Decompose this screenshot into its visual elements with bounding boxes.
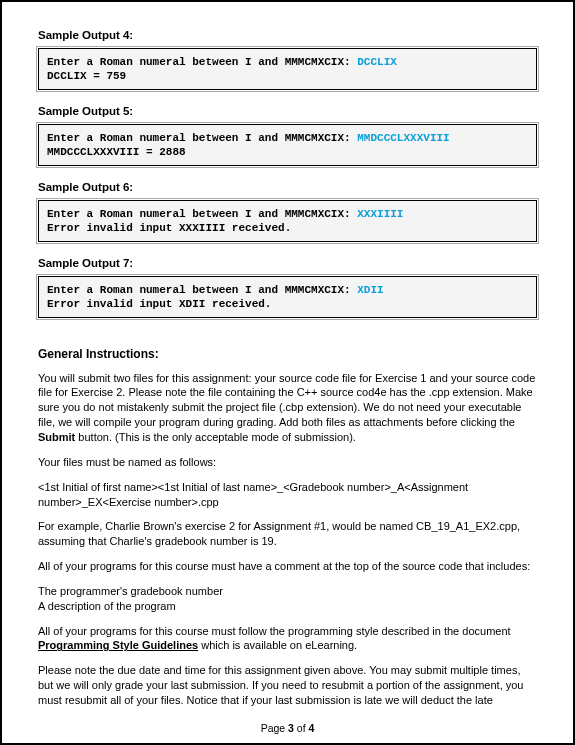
instructions-para-4: For example, Charlie Brown's exercise 2 … [38, 519, 537, 549]
instructions-p1b: button. (This is the only acceptable mod… [75, 431, 356, 443]
instructions-para-2: Your files must be named as follows: [38, 455, 537, 470]
instructions-p7b: which is available on eLearning. [198, 639, 357, 651]
instructions-para-5: All of your programs for this course mus… [38, 559, 537, 574]
sample-output-4-input: DCCLIX [357, 56, 397, 68]
style-guidelines-link[interactable]: Programming Style Guidelines [38, 639, 198, 651]
sample-output-6-heading: Sample Output 6: [38, 180, 537, 196]
sample-output-7-result: Error invalid input XDII received. [47, 298, 271, 310]
instructions-para-7: All of your programs for this course mus… [38, 624, 537, 654]
sample-output-4-result: DCCLIX = 759 [47, 70, 126, 82]
sample-output-6-prompt: Enter a Roman numeral between I and MMMC… [47, 208, 357, 220]
instructions-p6a: The programmer's gradebook number [38, 585, 223, 597]
sample-output-6-input: XXXIIII [357, 208, 403, 220]
instructions-para-6: The programmer's gradebook numberA descr… [38, 584, 537, 614]
sample-output-7-heading: Sample Output 7: [38, 256, 537, 272]
footer-a: Page [261, 722, 288, 734]
sample-output-4-prompt: Enter a Roman numeral between I and MMMC… [47, 56, 357, 68]
sample-output-7-box: Enter a Roman numeral between I and MMMC… [38, 276, 537, 319]
instructions-para-3: <1st Initial of first name><1st Initial … [38, 480, 537, 510]
sample-output-7-input: XDII [357, 284, 383, 296]
sample-output-5-input: MMDCCCLXXXVIII [357, 132, 449, 144]
sample-output-6-box: Enter a Roman numeral between I and MMMC… [38, 200, 537, 243]
submit-word: Submit [38, 431, 75, 443]
footer-page-total: 4 [309, 722, 315, 734]
sample-output-4-box: Enter a Roman numeral between I and MMMC… [38, 48, 537, 91]
sample-output-5-prompt: Enter a Roman numeral between I and MMMC… [47, 132, 357, 144]
sample-output-4-heading: Sample Output 4: [38, 28, 537, 44]
footer-c: of [294, 722, 309, 734]
instructions-p6b: A description of the program [38, 600, 176, 612]
page-footer: Page 3 of 4 [2, 721, 573, 735]
general-instructions-heading: General Instructions: [38, 346, 537, 362]
instructions-p1a: You will submit two files for this assig… [38, 372, 535, 429]
sample-output-5-result: MMDCCCLXXXVIII = 2888 [47, 146, 186, 158]
document-page: Sample Output 4: Enter a Roman numeral b… [0, 0, 575, 745]
sample-output-5-box: Enter a Roman numeral between I and MMMC… [38, 124, 537, 167]
sample-output-5-heading: Sample Output 5: [38, 104, 537, 120]
instructions-para-1: You will submit two files for this assig… [38, 371, 537, 445]
sample-output-6-result: Error invalid input XXXIIII received. [47, 222, 291, 234]
instructions-para-8: Please note the due date and time for th… [38, 663, 537, 708]
sample-output-7-prompt: Enter a Roman numeral between I and MMMC… [47, 284, 357, 296]
instructions-p7a: All of your programs for this course mus… [38, 625, 511, 637]
